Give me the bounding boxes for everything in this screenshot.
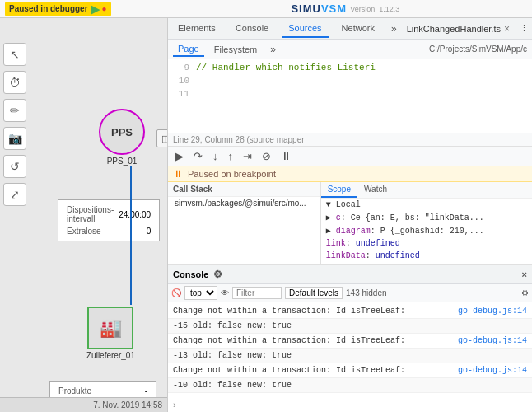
supplier-info-row-1: Produkte -: [57, 386, 149, 396]
console-levels-button[interactable]: Default levels: [285, 287, 343, 299]
scope-watch-section: Call Stack simvsm./packages/@simui/src/m…: [168, 182, 532, 265]
console-text: -15 old: false new: true: [173, 320, 292, 332]
pps-node[interactable]: PPS PPS_01: [99, 109, 145, 166]
scope-panel-header: Scope Watch: [321, 182, 532, 199]
tool-refresh[interactable]: ↺: [3, 155, 26, 178]
supplier-info-label-1: Produkte: [57, 386, 139, 396]
source-area: 9 // Handler which notifies Listeri 10 1…: [168, 59, 532, 133]
console-output: Change not within a transaction: Id isTr…: [168, 302, 532, 396]
console-clear-icon[interactable]: 🚫: [171, 288, 181, 297]
file-tab-label[interactable]: LinkChangedHandler.ts: [407, 24, 501, 34]
pps-info-row-1: Dispositions-intervall 24:00:00: [65, 204, 152, 224]
hidden-count: 143 hidden: [346, 288, 387, 297]
console-toolbar: 🚫 top 👁 Default levels 143 hidden ⚙: [168, 284, 532, 302]
console-line-2: Change not within a transaction: Id isTr…: [168, 334, 532, 349]
paused-banner: ⏸ Paused on breakpoint: [168, 166, 532, 182]
console-line-1: -15 old: false new: true: [168, 319, 532, 334]
record-icon[interactable]: ●: [102, 4, 107, 13]
console-context-select[interactable]: top: [184, 286, 217, 300]
scope-item-c[interactable]: ▶ c: Ce {an: E, bs: "linkData...: [321, 211, 532, 224]
devtools-topbar: Elements Console Sources Network » LinkC…: [168, 18, 532, 40]
supplier-node[interactable]: 🏭 Zulieferer_01: [86, 307, 135, 360]
console-source[interactable]: go-debug.js:14: [453, 335, 527, 347]
supplier-icon[interactable]: 🏭: [87, 307, 133, 349]
console-text: Change not within a transaction: Id isTr…: [173, 364, 405, 377]
dbg-step-into[interactable]: ↓: [210, 149, 221, 163]
console-line-0: Change not within a transaction: Id isTr…: [168, 304, 532, 319]
file-path: C:/Projects/SimVSM/App/c: [429, 44, 527, 54]
tool-pointer[interactable]: ↖: [3, 43, 26, 66]
pps-circle[interactable]: PPS: [99, 109, 145, 155]
tab-network[interactable]: Network: [335, 20, 381, 38]
scope-tab-watch[interactable]: Watch: [357, 182, 394, 198]
console-source[interactable]: go-debug.js:14: [453, 364, 527, 377]
console-line-5: -10 old: false new: true: [168, 378, 532, 393]
console-settings[interactable]: ⚙: [213, 269, 222, 280]
console-text: -10 old: false new: true: [173, 379, 292, 391]
pps-info-label-1: Dispositions-intervall: [65, 204, 115, 224]
console-gear-icon[interactable]: ⚙: [521, 288, 529, 297]
status-datetime: 7. Nov. 2019 14:58: [93, 400, 162, 410]
dt-subbar: Page Filesystem » C:/Projects/SimVSM/App…: [168, 40, 532, 59]
tab-elements[interactable]: Elements: [171, 20, 222, 38]
debugger-toolbar: ▶ ↷ ↓ ↑ ⇥ ⊘ ⏸: [168, 147, 532, 166]
console-line-4: Change not within a transaction: Id isTr…: [168, 363, 532, 378]
mini-icon-1[interactable]: ◫: [156, 129, 168, 147]
tool-move[interactable]: ⤢: [3, 183, 26, 206]
dbg-pause-exceptions[interactable]: ⏸: [278, 149, 294, 163]
console-input-row: ›: [168, 396, 532, 412]
tool-pencil[interactable]: ✏: [3, 99, 26, 122]
supplier-name: Zulieferer_01: [86, 351, 135, 360]
tool-camera[interactable]: 📷: [3, 127, 26, 150]
console-text: Change not within a transaction: Id isTr…: [173, 305, 405, 317]
paused-text: Paused on breakpoint: [188, 169, 276, 179]
console-label: Console: [173, 269, 208, 279]
code-line-9: 9 // Handler which notifies Listeri: [168, 61, 532, 74]
logo: SIMUVSM: [291, 2, 347, 15]
dbg-step-out[interactable]: ↑: [226, 149, 236, 163]
call-stack: Call Stack simvsm./packages/@simui/src/m…: [168, 182, 321, 264]
call-stack-header: Call Stack: [168, 182, 320, 197]
code-line-11: 11: [168, 87, 532, 101]
console-prompt: ›: [173, 400, 176, 410]
canvas-panel: ↖ ⏱ ✏ 📷 ↺ ⤢ ◫ ↗ PPS PPS_01: [0, 18, 168, 412]
pps-info-row-2: Extralose 0: [65, 226, 152, 236]
connection-line: [130, 166, 132, 305]
small-icon-row: ◫ ↗: [156, 129, 168, 147]
tab-more[interactable]: »: [388, 23, 400, 35]
pps-info-value-2: 0: [117, 226, 152, 236]
tab-sources[interactable]: Sources: [282, 20, 328, 38]
left-toolbar: ↖ ⏱ ✏ 📷 ↺ ⤢: [3, 43, 26, 206]
console-input[interactable]: [180, 400, 527, 409]
line-num-11: 11: [171, 87, 189, 101]
line-num-9: 9: [171, 61, 189, 74]
console-filter-input[interactable]: [232, 287, 282, 299]
scope-tab-scope[interactable]: Scope: [321, 182, 357, 198]
paused-badge: Paused in debugger ▶ ●: [5, 2, 111, 16]
dbg-resume[interactable]: ▶: [173, 149, 186, 163]
canvas-area: ◫ ↗ PPS PPS_01 Dispositions-intervall 24…: [33, 35, 167, 412]
scope-item-diagram[interactable]: ▶ diagram: P {_gohashid: 210,...: [321, 224, 532, 237]
console-text: -13 old: false new: true: [173, 349, 292, 362]
tool-clock[interactable]: ⏱: [3, 71, 26, 94]
console-close[interactable]: ×: [522, 269, 527, 279]
tab-console[interactable]: Console: [229, 20, 275, 38]
file-tab-close[interactable]: ×: [504, 23, 510, 35]
call-stack-item-0[interactable]: simvsm./packages/@simui/src/mo...: [168, 197, 320, 209]
code-line-10: 10: [168, 74, 532, 87]
pps-node-name: PPS_01: [107, 157, 138, 166]
subtab-filesystem[interactable]: Filesystem: [209, 43, 263, 56]
subtab-more[interactable]: »: [267, 44, 279, 55]
dbg-step-over[interactable]: ↷: [191, 149, 205, 163]
devtools-menu[interactable]: ⋮: [520, 23, 529, 34]
play-icon[interactable]: ▶: [91, 2, 100, 16]
supplier-info-value-1: -: [141, 386, 149, 396]
scope-item-link: link: undefined: [321, 237, 532, 250]
console-source[interactable]: go-debug.js:14: [453, 305, 527, 317]
scope-item-linkdata: linkData: undefined: [321, 250, 532, 262]
eye-icon[interactable]: 👁: [221, 288, 229, 297]
console-header: Console ⚙ ×: [168, 265, 532, 284]
dbg-step[interactable]: ⇥: [240, 149, 254, 163]
dbg-deactivate[interactable]: ⊘: [259, 149, 273, 163]
subtab-page[interactable]: Page: [173, 42, 204, 57]
